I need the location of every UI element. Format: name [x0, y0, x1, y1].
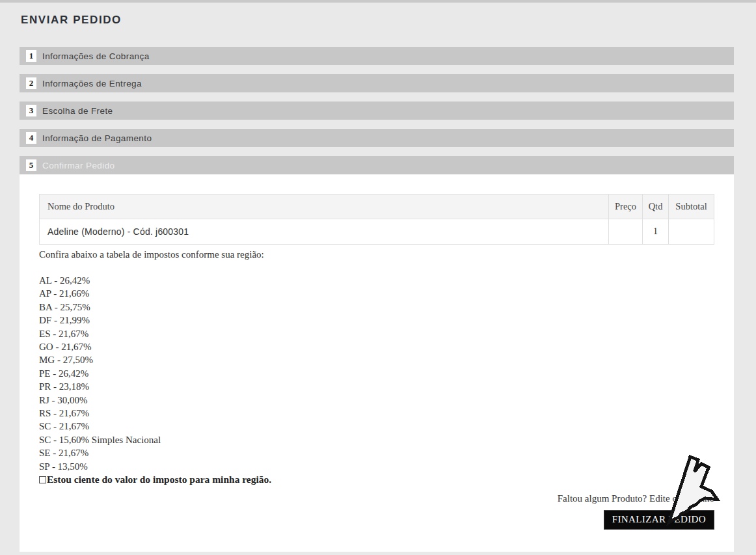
tax-rate-line: AP - 21,66%: [39, 287, 714, 300]
col-header-qty: Qtd: [643, 195, 669, 219]
price-cell: [609, 219, 643, 245]
order-summary-table: Nome do Produto Preço Qtd Subtotal Adeli…: [39, 194, 714, 245]
col-header-product: Nome do Produto: [40, 195, 609, 219]
checkout-step-header[interactable]: 4 Informação de Pagamento: [20, 129, 734, 147]
tax-rates-list: AL - 26,42% AP - 21,66% BA - 25,75% DF -…: [39, 274, 714, 473]
step-label: Confirmar Pedido: [42, 161, 115, 170]
tax-consent-row: Estou ciente do valor do imposto para mi…: [39, 473, 714, 486]
step-number-badge: 2: [26, 77, 36, 89]
checkout-step-header[interactable]: 5 Confirmar Pedido: [20, 156, 734, 174]
step-number-badge: 3: [26, 105, 36, 116]
tax-rate-line: SE - 21,67%: [39, 446, 714, 459]
tax-rate-line: MG - 27,50%: [39, 353, 714, 366]
order-footer: Faltou algum Produto? Edite o Carrinho F…: [39, 493, 714, 530]
tax-rate-line: PR - 23,18%: [39, 380, 714, 393]
page-title: ENVIAR PEDIDO: [20, 3, 734, 27]
tax-rate-line: PE - 26,42%: [39, 367, 714, 380]
tax-consent-checkbox[interactable]: [39, 476, 46, 483]
edit-cart-line: Faltou algum Produto? Edite o Carrinho: [39, 493, 714, 504]
edit-cart-prefix: Faltou algum Produto?: [558, 493, 649, 504]
tax-rate-line: SC - 15,60% Simples Nacional: [39, 433, 714, 446]
col-header-subtotal: Subtotal: [669, 195, 714, 219]
step-number-badge: 5: [26, 159, 36, 171]
step-number-badge: 1: [26, 50, 36, 62]
tax-rate-line: AL - 26,42%: [39, 274, 714, 287]
tax-rate-line: SC - 21,67%: [39, 420, 714, 433]
tax-rate-line: DF - 21,99%: [39, 314, 714, 327]
tax-rate-line: ES - 21,67%: [39, 327, 714, 340]
edit-cart-link[interactable]: Edite o Carrinho: [649, 493, 714, 504]
checkout-step-header[interactable]: 1 Informações de Cobrança: [20, 47, 734, 65]
confirm-order-panel: Nome do Produto Preço Qtd Subtotal Adeli…: [20, 174, 734, 552]
step-number-badge: 4: [26, 132, 36, 144]
tax-rate-line: RJ - 30,00%: [39, 394, 714, 407]
tax-rate-line: GO - 21,67%: [39, 340, 714, 353]
step-label: Informações de Entrega: [42, 79, 142, 88]
col-header-price: Preço: [609, 195, 643, 219]
tax-consent-label: Estou ciente do valor do imposto para mi…: [47, 473, 271, 486]
tax-rate-line: BA - 25,75%: [39, 301, 714, 314]
tax-rate-line: SP - 13,50%: [39, 460, 714, 473]
table-row: Adeline (Moderno) - Cód. j600301 1: [40, 219, 714, 245]
checkout-steps-accordion: 1 Informações de Cobrança 2 Informações …: [20, 47, 734, 174]
step-label: Escolha de Frete: [42, 106, 113, 116]
finalize-order-button[interactable]: FINALIZAR PEDIDO: [604, 510, 714, 530]
qty-cell: 1: [643, 219, 669, 245]
tax-rate-line: RS - 21,67%: [39, 407, 714, 420]
step-label: Informação de Pagamento: [42, 133, 152, 143]
checkout-step-header[interactable]: 2 Informações de Entrega: [20, 74, 734, 92]
table-header-row: Nome do Produto Preço Qtd Subtotal: [40, 195, 714, 219]
product-name-cell: Adeline (Moderno) - Cód. j600301: [40, 219, 609, 245]
tax-table-intro: Confira abaixo a tabela de impostos conf…: [39, 249, 714, 260]
checkout-step-header[interactable]: 3 Escolha de Frete: [20, 102, 734, 120]
checkout-page: ENVIAR PEDIDO 1 Informações de Cobrança …: [20, 3, 734, 552]
subtotal-cell: [669, 219, 714, 245]
step-label: Informações de Cobrança: [42, 51, 150, 61]
